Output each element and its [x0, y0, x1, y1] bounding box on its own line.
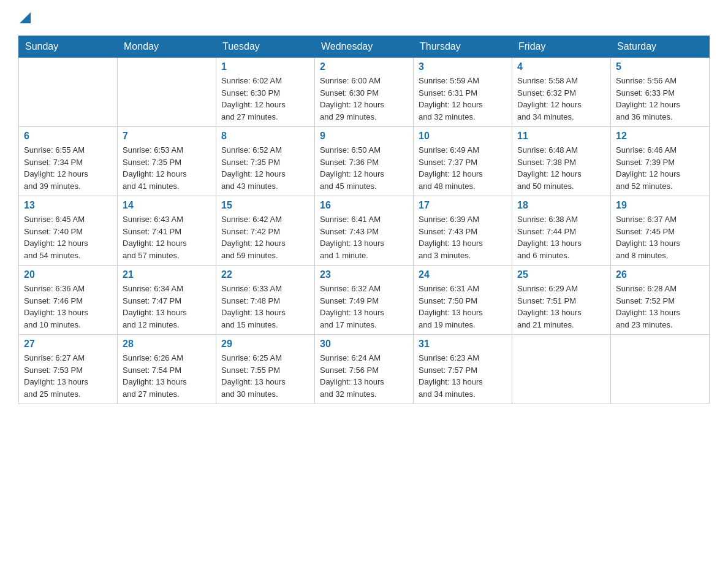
day-number: 23 [320, 269, 408, 280]
day-info: Sunrise: 6:46 AM Sunset: 7:39 PM Dayligh… [616, 144, 704, 192]
day-info: Sunrise: 6:49 AM Sunset: 7:37 PM Dayligh… [419, 144, 507, 192]
day-info: Sunrise: 6:33 AM Sunset: 7:48 PM Dayligh… [221, 283, 309, 331]
day-number: 25 [517, 269, 605, 280]
day-info: Sunrise: 6:02 AM Sunset: 6:30 PM Dayligh… [221, 75, 309, 123]
calendar-cell: 13Sunrise: 6:45 AM Sunset: 7:40 PM Dayli… [19, 196, 118, 266]
day-number: 7 [123, 131, 211, 142]
day-info: Sunrise: 6:48 AM Sunset: 7:38 PM Dayligh… [517, 144, 605, 192]
calendar-header-row: SundayMondayTuesdayWednesdayThursdayFrid… [19, 36, 710, 58]
day-number: 26 [616, 269, 704, 280]
calendar-header-friday: Friday [512, 36, 611, 58]
day-number: 31 [419, 339, 507, 350]
calendar-cell: 2Sunrise: 6:00 AM Sunset: 6:30 PM Daylig… [315, 58, 414, 127]
day-info: Sunrise: 6:28 AM Sunset: 7:52 PM Dayligh… [616, 283, 704, 331]
day-info: Sunrise: 6:32 AM Sunset: 7:49 PM Dayligh… [320, 283, 408, 331]
day-number: 6 [24, 131, 112, 142]
day-number: 24 [419, 269, 507, 280]
calendar-cell: 26Sunrise: 6:28 AM Sunset: 7:52 PM Dayli… [611, 266, 710, 335]
calendar-cell: 8Sunrise: 6:52 AM Sunset: 7:35 PM Daylig… [216, 127, 315, 196]
day-number: 30 [320, 339, 408, 350]
calendar-cell: 23Sunrise: 6:32 AM Sunset: 7:49 PM Dayli… [315, 266, 414, 335]
day-info: Sunrise: 5:56 AM Sunset: 6:33 PM Dayligh… [616, 75, 704, 123]
day-number: 10 [419, 131, 507, 142]
calendar-cell: 20Sunrise: 6:36 AM Sunset: 7:46 PM Dayli… [19, 266, 118, 335]
day-info: Sunrise: 6:36 AM Sunset: 7:46 PM Dayligh… [24, 283, 112, 331]
day-info: Sunrise: 6:43 AM Sunset: 7:41 PM Dayligh… [123, 213, 211, 261]
calendar-cell: 24Sunrise: 6:31 AM Sunset: 7:50 PM Dayli… [414, 266, 512, 335]
calendar-cell: 6Sunrise: 6:55 AM Sunset: 7:34 PM Daylig… [19, 127, 118, 196]
calendar-cell: 5Sunrise: 5:56 AM Sunset: 6:33 PM Daylig… [611, 58, 710, 127]
calendar-cell: 17Sunrise: 6:39 AM Sunset: 7:43 PM Dayli… [414, 196, 512, 266]
day-number: 18 [517, 200, 605, 211]
day-number: 8 [221, 131, 309, 142]
calendar-cell: 30Sunrise: 6:24 AM Sunset: 7:56 PM Dayli… [315, 335, 414, 404]
day-info: Sunrise: 6:38 AM Sunset: 7:44 PM Dayligh… [517, 213, 605, 261]
day-number: 12 [616, 131, 704, 142]
day-info: Sunrise: 6:42 AM Sunset: 7:42 PM Dayligh… [221, 213, 309, 261]
day-number: 29 [221, 339, 309, 350]
day-info: Sunrise: 6:37 AM Sunset: 7:45 PM Dayligh… [616, 213, 704, 261]
calendar-cell: 22Sunrise: 6:33 AM Sunset: 7:48 PM Dayli… [216, 266, 315, 335]
calendar-header-thursday: Thursday [414, 36, 512, 58]
day-info: Sunrise: 6:53 AM Sunset: 7:35 PM Dayligh… [123, 144, 211, 192]
calendar-cell [512, 335, 611, 404]
day-info: Sunrise: 6:41 AM Sunset: 7:43 PM Dayligh… [320, 213, 408, 261]
calendar-cell: 9Sunrise: 6:50 AM Sunset: 7:36 PM Daylig… [315, 127, 414, 196]
day-number: 14 [123, 200, 211, 211]
calendar-table: SundayMondayTuesdayWednesdayThursdayFrid… [18, 36, 710, 404]
calendar-cell: 31Sunrise: 6:23 AM Sunset: 7:57 PM Dayli… [414, 335, 512, 404]
calendar-cell: 15Sunrise: 6:42 AM Sunset: 7:42 PM Dayli… [216, 196, 315, 266]
day-info: Sunrise: 6:39 AM Sunset: 7:43 PM Dayligh… [419, 213, 507, 261]
calendar-cell: 11Sunrise: 6:48 AM Sunset: 7:38 PM Dayli… [512, 127, 611, 196]
day-info: Sunrise: 6:24 AM Sunset: 7:56 PM Dayligh… [320, 352, 408, 400]
calendar-header-saturday: Saturday [611, 36, 710, 58]
calendar-cell [611, 335, 710, 404]
calendar-header-sunday: Sunday [19, 36, 118, 58]
day-number: 2 [320, 61, 408, 72]
day-info: Sunrise: 6:50 AM Sunset: 7:36 PM Dayligh… [320, 144, 408, 192]
day-info: Sunrise: 6:26 AM Sunset: 7:54 PM Dayligh… [123, 352, 211, 400]
calendar-cell: 10Sunrise: 6:49 AM Sunset: 7:37 PM Dayli… [414, 127, 512, 196]
day-number: 28 [123, 339, 211, 350]
day-info: Sunrise: 6:55 AM Sunset: 7:34 PM Dayligh… [24, 144, 112, 192]
calendar-cell: 4Sunrise: 5:58 AM Sunset: 6:32 PM Daylig… [512, 58, 611, 127]
calendar-cell: 21Sunrise: 6:34 AM Sunset: 7:47 PM Dayli… [118, 266, 216, 335]
calendar-cell: 28Sunrise: 6:26 AM Sunset: 7:54 PM Dayli… [118, 335, 216, 404]
day-number: 27 [24, 339, 112, 350]
calendar-cell: 3Sunrise: 5:59 AM Sunset: 6:31 PM Daylig… [414, 58, 512, 127]
day-info: Sunrise: 6:45 AM Sunset: 7:40 PM Dayligh… [24, 213, 112, 261]
day-info: Sunrise: 6:25 AM Sunset: 7:55 PM Dayligh… [221, 352, 309, 400]
day-number: 21 [123, 269, 211, 280]
calendar-cell: 27Sunrise: 6:27 AM Sunset: 7:53 PM Dayli… [19, 335, 118, 404]
day-number: 1 [221, 61, 309, 72]
day-number: 15 [221, 200, 309, 211]
calendar-header-wednesday: Wednesday [315, 36, 414, 58]
calendar-week-row: 6Sunrise: 6:55 AM Sunset: 7:34 PM Daylig… [19, 127, 710, 196]
calendar-week-row: 13Sunrise: 6:45 AM Sunset: 7:40 PM Dayli… [19, 196, 710, 266]
day-number: 3 [419, 61, 507, 72]
calendar-week-row: 27Sunrise: 6:27 AM Sunset: 7:53 PM Dayli… [19, 335, 710, 404]
day-info: Sunrise: 6:34 AM Sunset: 7:47 PM Dayligh… [123, 283, 211, 331]
calendar-cell: 18Sunrise: 6:38 AM Sunset: 7:44 PM Dayli… [512, 196, 611, 266]
day-info: Sunrise: 6:31 AM Sunset: 7:50 PM Dayligh… [419, 283, 507, 331]
day-info: Sunrise: 6:00 AM Sunset: 6:30 PM Dayligh… [320, 75, 408, 123]
calendar-cell: 7Sunrise: 6:53 AM Sunset: 7:35 PM Daylig… [118, 127, 216, 196]
calendar-cell: 19Sunrise: 6:37 AM Sunset: 7:45 PM Dayli… [611, 196, 710, 266]
logo-triangle-icon [20, 12, 31, 23]
calendar-cell [19, 58, 118, 127]
day-info: Sunrise: 5:58 AM Sunset: 6:32 PM Dayligh… [517, 75, 605, 123]
day-number: 22 [221, 269, 309, 280]
calendar-cell: 29Sunrise: 6:25 AM Sunset: 7:55 PM Dayli… [216, 335, 315, 404]
day-number: 13 [24, 200, 112, 211]
calendar-header-tuesday: Tuesday [216, 36, 315, 58]
day-info: Sunrise: 6:23 AM Sunset: 7:57 PM Dayligh… [419, 352, 507, 400]
day-number: 17 [419, 200, 507, 211]
day-info: Sunrise: 6:29 AM Sunset: 7:51 PM Dayligh… [517, 283, 605, 331]
day-info: Sunrise: 5:59 AM Sunset: 6:31 PM Dayligh… [419, 75, 507, 123]
day-number: 19 [616, 200, 704, 211]
calendar-cell: 1Sunrise: 6:02 AM Sunset: 6:30 PM Daylig… [216, 58, 315, 127]
calendar-header-monday: Monday [118, 36, 216, 58]
day-number: 4 [517, 61, 605, 72]
day-number: 9 [320, 131, 408, 142]
calendar-cell: 12Sunrise: 6:46 AM Sunset: 7:39 PM Dayli… [611, 127, 710, 196]
